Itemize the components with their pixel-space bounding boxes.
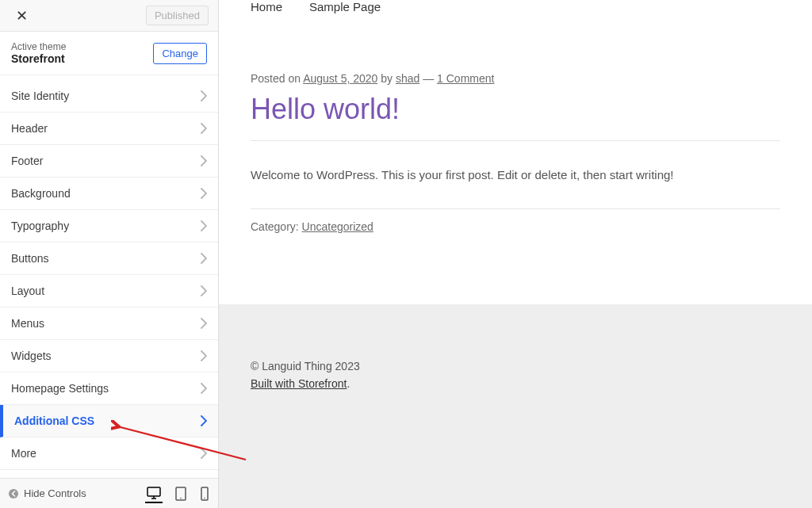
- svg-rect-1: [147, 487, 160, 496]
- chevron-right-icon: [201, 318, 207, 329]
- chevron-right-icon: [201, 383, 207, 394]
- footer-period: .: [347, 377, 350, 390]
- category-link[interactable]: Uncategorized: [302, 220, 373, 233]
- theme-name: Storefront: [11, 52, 66, 65]
- chevron-right-icon: [201, 253, 207, 264]
- section-buttons[interactable]: Buttons: [0, 243, 218, 275]
- section-label: Layout: [11, 285, 44, 297]
- section-label: Buttons: [11, 252, 48, 265]
- sidebar-footer: Hide Controls: [0, 478, 218, 508]
- chevron-right-icon: [201, 220, 207, 231]
- chevron-right-icon: [201, 188, 207, 199]
- footer-built-with: Built with Storefront.: [251, 377, 780, 390]
- post-title[interactable]: Hello world!: [251, 93, 780, 126]
- divider: [251, 140, 780, 141]
- post-body: Welcome to WordPress. This is your first…: [251, 168, 780, 181]
- site-nav: Home Sample Page: [219, 0, 812, 17]
- post-area: Posted on August 5, 2020 by shad — 1 Com…: [219, 17, 812, 257]
- collapse-icon: [8, 488, 19, 499]
- section-label: Typography: [11, 220, 69, 232]
- section-site-identity[interactable]: Site Identity: [0, 80, 218, 113]
- chevron-right-icon: [201, 155, 207, 166]
- nav-home[interactable]: Home: [251, 0, 282, 13]
- section-menus[interactable]: Menus: [0, 307, 218, 340]
- section-header[interactable]: Header: [0, 113, 218, 145]
- section-label: Background: [11, 187, 71, 200]
- post-meta: Posted on August 5, 2020 by shad — 1 Com…: [251, 72, 780, 85]
- posted-on-label: Posted on: [251, 72, 303, 85]
- mobile-icon[interactable]: [199, 485, 210, 502]
- chevron-right-icon: [201, 350, 207, 361]
- customizer-sidebar: ✕ Published Active theme Storefront Chan…: [0, 0, 219, 508]
- section-typography[interactable]: Typography: [0, 210, 218, 243]
- chevron-right-icon: [201, 123, 207, 134]
- sidebar-header: ✕ Published: [0, 0, 218, 32]
- theme-label: Active theme: [11, 41, 66, 52]
- section-list: Site Identity Header Footer Background T…: [0, 80, 218, 478]
- close-button[interactable]: ✕: [10, 4, 34, 28]
- section-footer[interactable]: Footer: [0, 145, 218, 178]
- section-additional-css[interactable]: Additional CSS: [0, 405, 218, 437]
- close-icon: ✕: [16, 8, 28, 24]
- section-more[interactable]: More: [0, 437, 218, 470]
- section-label: Header: [11, 122, 48, 135]
- post-date-link[interactable]: August 5, 2020: [303, 72, 377, 85]
- meta-dash: —: [419, 72, 437, 85]
- section-widgets[interactable]: Widgets: [0, 340, 218, 372]
- published-button[interactable]: Published: [146, 6, 209, 25]
- section-label: Menus: [11, 317, 44, 330]
- chevron-right-icon: [201, 90, 207, 101]
- chevron-right-icon: [201, 448, 207, 459]
- hide-controls-label: Hide Controls: [24, 487, 86, 499]
- tablet-icon[interactable]: [174, 485, 188, 502]
- svg-point-0: [9, 489, 18, 498]
- built-with-link[interactable]: Built with Storefront: [251, 377, 347, 390]
- footer-copyright: © Languid Thing 2023: [251, 360, 780, 372]
- section-label: Additional CSS: [14, 414, 94, 427]
- nav-sample-page[interactable]: Sample Page: [309, 0, 381, 13]
- section-label: Widgets: [11, 349, 52, 362]
- hide-controls-button[interactable]: Hide Controls: [8, 487, 86, 499]
- site-footer: © Languid Thing 2023 Built with Storefro…: [219, 304, 812, 508]
- change-theme-button[interactable]: Change: [153, 43, 207, 64]
- by-label: by: [377, 72, 396, 85]
- preview-pane: Home Sample Page Posted on August 5, 202…: [219, 0, 812, 508]
- theme-row: Active theme Storefront Change: [0, 32, 218, 75]
- post-comments-link[interactable]: 1 Comment: [437, 72, 494, 85]
- svg-point-3: [180, 497, 182, 498]
- section-layout[interactable]: Layout: [0, 275, 218, 307]
- section-background[interactable]: Background: [0, 178, 218, 210]
- device-toggle: [145, 484, 210, 503]
- chevron-right-icon: [201, 285, 207, 296]
- svg-point-5: [204, 497, 205, 498]
- category-row: Category: Uncategorized: [251, 208, 780, 233]
- section-label: Footer: [11, 155, 43, 167]
- section-label: More: [11, 447, 36, 460]
- theme-info: Active theme Storefront: [11, 41, 66, 65]
- desktop-icon[interactable]: [145, 484, 163, 503]
- section-label: Homepage Settings: [11, 382, 109, 395]
- category-label: Category:: [251, 220, 302, 233]
- section-homepage-settings[interactable]: Homepage Settings: [0, 372, 218, 405]
- chevron-right-icon: [201, 415, 207, 426]
- post-author-link[interactable]: shad: [396, 72, 419, 85]
- section-label: Site Identity: [11, 90, 69, 102]
